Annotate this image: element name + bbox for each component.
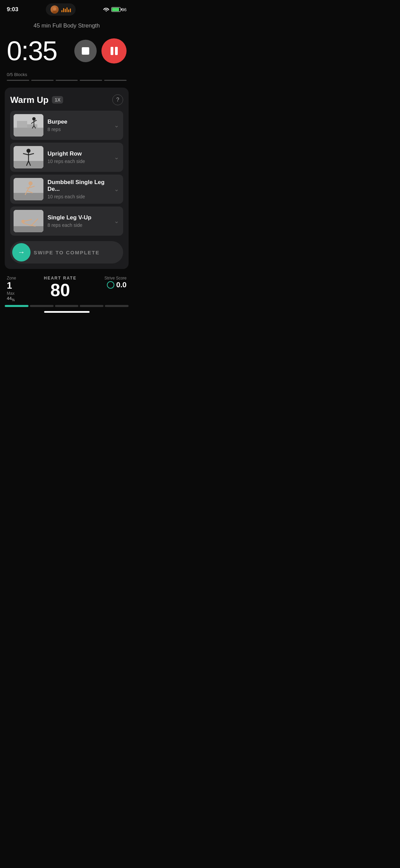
zone-label: Zone — [7, 276, 16, 281]
zone-value: 1 — [7, 281, 12, 291]
blocks-bar — [7, 80, 127, 81]
svg-point-6 — [32, 117, 36, 121]
svg-rect-3 — [14, 128, 43, 137]
workout-title: 45 min Full Body Strength — [0, 17, 133, 32]
now-playing-avatar — [51, 5, 59, 14]
exercise-info-burpee: Burpee 8 reps — [47, 119, 110, 132]
pause-button[interactable] — [101, 38, 127, 64]
music-bars — [61, 7, 71, 12]
help-button[interactable]: ? — [112, 94, 123, 105]
strive-circle-icon — [107, 281, 114, 289]
exercise-reps-upright-row: 10 reps each side — [47, 159, 110, 164]
strive-value: 0.0 — [107, 281, 127, 289]
hr-bar-seg-1 — [5, 305, 28, 307]
swipe-arrow-icon: → — [18, 248, 25, 257]
exercise-thumb-dumbbell — [14, 178, 43, 200]
swipe-arrow-button[interactable]: → — [12, 243, 31, 261]
heart-rate-title: HEART RATE — [44, 276, 76, 281]
exercise-reps-burpee: 8 reps — [47, 127, 110, 132]
block-segment-2 — [31, 80, 54, 81]
svg-point-22 — [28, 181, 33, 185]
pause-icon-bar-left — [111, 47, 113, 55]
status-time: 9:03 — [7, 6, 18, 13]
max-label: Max — [7, 291, 15, 296]
exercise-name-burpee: Burpee — [47, 119, 110, 125]
progress-section: 0/5 Blocks — [0, 72, 133, 88]
section-title: Warm Up — [10, 95, 49, 105]
workout-card: Warm Up 1X ? — [5, 88, 129, 269]
multiplier-badge: 1X — [52, 96, 63, 104]
card-title-group: Warm Up 1X — [10, 95, 63, 105]
zone-section: Zone 1 Max 44% — [7, 276, 16, 302]
stop-button[interactable] — [74, 40, 97, 62]
svg-rect-21 — [14, 193, 43, 200]
chevron-down-icon: ⌄ — [114, 122, 119, 129]
strive-label: Strive Score — [104, 276, 127, 281]
exercise-thumb-vup — [14, 210, 43, 232]
status-right: 96 — [103, 7, 127, 13]
svg-point-0 — [53, 7, 56, 11]
heart-rate-bpm: 80 — [51, 281, 70, 299]
exercise-item-upright-row[interactable]: Upright Row 10 reps each side ⌄ — [10, 143, 123, 172]
chevron-down-icon: ⌄ — [114, 217, 119, 225]
exercise-info-dumbbell: Dumbbell Single Leg De... 10 reps each s… — [47, 179, 110, 199]
heart-rate-section: Zone 1 Max 44% HEART RATE 80 Strive Scor… — [5, 276, 129, 302]
help-icon: ? — [116, 97, 119, 103]
block-segment-1 — [7, 80, 29, 81]
swipe-label: SWIPE TO COMPLETE — [31, 250, 103, 255]
exercise-thumb-burpee — [14, 114, 43, 137]
hr-bar-seg-5 — [105, 305, 129, 307]
wifi-icon — [103, 7, 109, 13]
exercise-list: Burpee 8 reps ⌄ U — [10, 111, 123, 236]
battery-indicator: 96 — [111, 7, 127, 12]
exercise-info-upright-row: Upright Row 10 reps each side — [47, 150, 110, 164]
svg-point-14 — [26, 149, 31, 153]
svg-rect-4 — [17, 121, 27, 128]
battery-box — [111, 7, 121, 12]
swipe-to-complete[interactable]: → SWIPE TO COMPLETE — [10, 241, 123, 264]
exercise-name-upright-row: Upright Row — [47, 150, 110, 157]
blocks-label: 0/5 Blocks — [7, 72, 127, 77]
exercise-item-burpee[interactable]: Burpee 8 reps ⌄ — [10, 111, 123, 140]
hr-bar-section — [0, 305, 133, 307]
timer-display: 0:35 — [7, 35, 57, 67]
svg-point-1 — [52, 11, 57, 14]
hr-bar-seg-3 — [55, 305, 79, 307]
svg-rect-5 — [27, 124, 37, 128]
card-header: Warm Up 1X ? — [10, 94, 123, 105]
heart-rate-bar — [5, 305, 129, 307]
pause-icon-bar-right — [115, 47, 118, 55]
timer-controls — [74, 38, 127, 64]
heart-rate-center: HEART RATE 80 — [44, 276, 76, 299]
exercise-name-vup: Single Leg V-Up — [47, 214, 110, 221]
timer-section: 0:35 — [0, 32, 133, 72]
block-segment-3 — [56, 80, 78, 81]
strive-section: Strive Score 0.0 — [104, 276, 127, 289]
exercise-reps-dumbbell: 10 reps each side — [47, 194, 110, 199]
status-bar: 9:03 96 — [0, 0, 133, 17]
exercise-item-dumbbell[interactable]: Dumbbell Single Leg De... 10 reps each s… — [10, 175, 123, 204]
max-value: 44% — [7, 296, 15, 302]
svg-rect-13 — [14, 161, 43, 168]
exercise-item-vup[interactable]: Single Leg V-Up 8 reps each side ⌄ — [10, 206, 123, 236]
stop-icon — [82, 47, 89, 55]
strive-number: 0.0 — [116, 281, 127, 289]
home-indicator — [44, 311, 90, 313]
chevron-down-icon: ⌄ — [114, 185, 119, 193]
exercise-name-dumbbell: Dumbbell Single Leg De... — [47, 179, 110, 193]
block-segment-4 — [80, 80, 102, 81]
hr-bar-seg-2 — [30, 305, 54, 307]
battery-fill — [112, 8, 119, 11]
exercise-thumb-upright — [14, 146, 43, 168]
exercise-reps-vup: 8 reps each side — [47, 222, 110, 228]
hr-bar-seg-4 — [80, 305, 103, 307]
block-segment-5 — [104, 80, 127, 81]
exercise-info-vup: Single Leg V-Up 8 reps each side — [47, 214, 110, 228]
battery-level: 96 — [122, 7, 127, 12]
svg-rect-29 — [14, 226, 43, 232]
now-playing-indicator — [46, 3, 76, 16]
chevron-down-icon: ⌄ — [114, 153, 119, 161]
